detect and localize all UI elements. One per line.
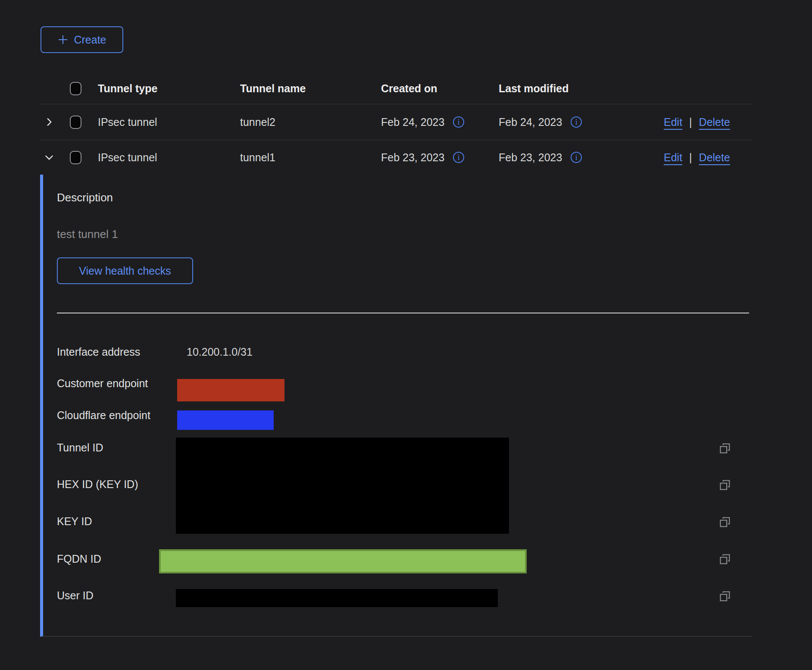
cloudflare-endpoint-label: Cloudflare endpoint (57, 409, 150, 422)
edit-link[interactable]: Edit (664, 151, 682, 164)
cloudflare-endpoint-redaction (177, 410, 274, 430)
row-checkbox[interactable] (70, 116, 81, 129)
chevron-down-icon[interactable] (44, 152, 55, 163)
view-health-checks-button[interactable]: View health checks (57, 257, 193, 284)
tunnel-type: IPsec tunnel (98, 151, 240, 164)
user-id-redaction (176, 589, 498, 607)
table-header-row: Tunnel type Tunnel name Created on Last … (40, 73, 752, 104)
description-label: Description (57, 191, 113, 204)
copy-user-id-button[interactable] (719, 591, 731, 602)
fqdn-id-label: FQDN ID (57, 552, 101, 565)
chevron-right-icon[interactable] (44, 116, 55, 128)
customer-endpoint-redaction (177, 379, 284, 401)
action-separator: | (689, 116, 692, 128)
copy-tunnel-id-button[interactable] (719, 443, 731, 454)
customer-endpoint-label: Customer endpoint (57, 377, 148, 390)
copy-fqdn-id-button[interactable] (719, 554, 731, 565)
tunnel-id-label: Tunnel ID (57, 441, 103, 454)
column-header-tunnel-type: Tunnel type (98, 82, 240, 95)
create-button[interactable]: Create (41, 26, 123, 53)
row-checkbox[interactable] (70, 151, 81, 164)
interface-address-value: 10.200.1.0/31 (187, 345, 253, 358)
action-separator: | (689, 151, 692, 164)
copy-key-id-button[interactable] (719, 517, 731, 528)
column-header-created-on: Created on (381, 82, 499, 95)
interface-address-label: Interface address (57, 345, 140, 358)
tunnel-name: tunnel2 (240, 116, 381, 128)
created-on-date: Feb 23, 2023 (381, 151, 444, 164)
hex-id-label: HEX ID (KEY ID) (57, 478, 138, 491)
info-icon[interactable]: i (453, 152, 464, 163)
column-header-last-modified: Last modified (499, 82, 664, 95)
plus-icon (57, 34, 69, 45)
table-row: IPsec tunnel tunnel2 Feb 24, 2023 i Feb … (40, 104, 752, 140)
description-value: test tunnel 1 (57, 228, 118, 241)
copy-icon (719, 517, 731, 528)
table-row: IPsec tunnel tunnel1 Feb 23, 2023 i Feb … (40, 140, 752, 175)
info-icon[interactable]: i (571, 116, 582, 128)
edit-link[interactable]: Edit (664, 116, 682, 128)
last-modified-date: Feb 23, 2023 (499, 151, 562, 164)
copy-hex-id-button[interactable] (719, 479, 731, 491)
tunnel-hex-key-id-redaction (176, 438, 509, 534)
section-divider (57, 313, 749, 313)
tunnel-type: IPsec tunnel (98, 116, 240, 128)
select-all-checkbox[interactable] (70, 82, 81, 95)
tunnel-detail-panel: Description test tunnel 1 View health ch… (40, 175, 752, 637)
tunnels-table: Tunnel type Tunnel name Created on Last … (40, 73, 752, 175)
create-button-label: Create (74, 34, 106, 46)
key-id-label: KEY ID (57, 515, 92, 528)
created-on-date: Feb 24, 2023 (381, 116, 444, 128)
delete-link[interactable]: Delete (699, 116, 730, 128)
copy-icon (719, 554, 731, 565)
column-header-tunnel-name: Tunnel name (240, 82, 381, 95)
copy-icon (719, 479, 731, 491)
tunnel-name: tunnel1 (240, 151, 381, 164)
delete-link[interactable]: Delete (699, 151, 730, 164)
user-id-label: User ID (57, 589, 94, 602)
info-icon[interactable]: i (453, 116, 464, 128)
last-modified-date: Feb 24, 2023 (499, 116, 562, 128)
copy-icon (719, 591, 731, 602)
copy-icon (719, 443, 731, 454)
info-icon[interactable]: i (571, 152, 582, 163)
fqdn-id-redaction (159, 549, 527, 573)
